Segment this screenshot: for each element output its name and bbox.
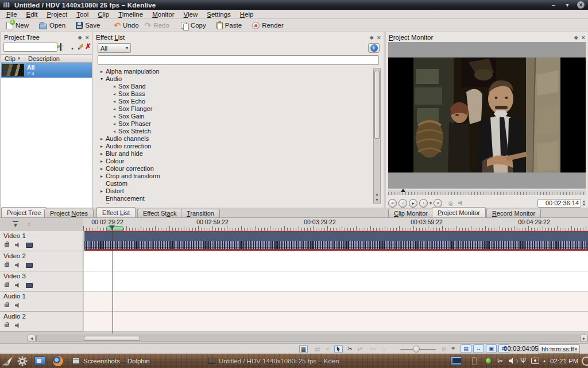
edit-clip-icon[interactable] — [77, 43, 84, 51]
tray-expand[interactable]: ▴ — [543, 354, 546, 368]
scrollbar-track[interactable] — [36, 335, 579, 342]
timeline-scrollbar[interactable]: ◂ ▸ — [28, 334, 588, 342]
menu-clip[interactable]: Clip — [93, 10, 114, 18]
effect-item[interactable]: ▸Colour correction — [94, 165, 372, 172]
scrollbar-thumb[interactable] — [84, 336, 140, 341]
menu-file[interactable]: File — [2, 10, 22, 18]
effect-item[interactable]: ◂Sox Phaser — [94, 120, 372, 128]
menu-settings[interactable]: Settings — [202, 10, 235, 18]
float-panel-icon[interactable]: ◆ — [574, 34, 578, 40]
menu-tool[interactable]: Tool — [72, 10, 93, 18]
track-header-audio1[interactable]: Audio 1 — [0, 292, 83, 312]
tab-transition[interactable]: Transition — [181, 209, 220, 217]
tab-clip-monitor[interactable]: Clip Monitor — [388, 209, 434, 217]
zoom-out-button[interactable]: ◌ — [379, 345, 388, 353]
project-search-input[interactable] — [3, 43, 57, 52]
effect-item[interactable]: ▸Crop and transform — [94, 172, 372, 180]
expand-arrow-icon[interactable]: ▸ — [99, 135, 105, 143]
effect-item[interactable]: Custom — [94, 180, 372, 187]
timeline-playhead[interactable] — [113, 225, 113, 334]
effect-item[interactable]: ▸Audio channels — [94, 135, 372, 143]
hide-track-icon[interactable] — [26, 263, 33, 268]
task-kdenlive[interactable]: Untitled / HDV 1440x1080i 25 fps – Kden — [208, 354, 339, 368]
fit-zoom-button[interactable]: ↔ — [473, 344, 484, 353]
scroll-right-icon[interactable]: ▸ — [580, 335, 588, 342]
effect-item[interactable]: ◂Sox Band — [94, 83, 372, 90]
effect-item[interactable]: ◂Sox Echo — [94, 98, 372, 105]
track-audio2[interactable] — [84, 312, 588, 332]
effect-item[interactable]: ◂Sox Flanger — [94, 105, 372, 113]
spacer-tool-button[interactable]: ⇄ — [355, 345, 364, 353]
effect-info-button[interactable]: i — [368, 43, 380, 53]
settings-launcher[interactable] — [17, 354, 28, 368]
play-options-icon[interactable]: ▾ — [430, 201, 432, 206]
tray-terminal[interactable] — [451, 354, 462, 368]
zoom-project-button[interactable]: ▣ — [486, 344, 497, 353]
copy-button[interactable]: Copy — [178, 21, 209, 30]
edge-launcher[interactable] — [582, 354, 588, 368]
monitor-timecode[interactable]: 00:02:36:14 — [537, 199, 581, 208]
effect-item[interactable]: ▾Audio — [94, 75, 372, 83]
scrollbar-thumb[interactable] — [374, 71, 380, 139]
effect-item[interactable]: ◂Sox Bass — [94, 90, 372, 98]
forward-button[interactable]: › — [419, 199, 428, 208]
expand-arrow-icon[interactable]: ▸ — [99, 187, 105, 195]
timecode-format-dropdown[interactable]: hh:mm:ss:ff ▾ — [539, 344, 580, 354]
go-end-button[interactable]: » — [434, 199, 442, 208]
save-button[interactable]: Save — [73, 21, 103, 30]
add-clip-dropdown-icon[interactable]: ▾ — [71, 46, 74, 51]
project-clip-list[interactable]: All 2:4 — [1, 63, 92, 208]
effect-list-scrollbar[interactable]: ▲ ▼ — [373, 68, 381, 204]
expand-arrow-icon[interactable]: ▸ — [99, 172, 105, 180]
tray-usb[interactable]: Ψ — [520, 354, 526, 368]
razor-tool-button[interactable]: ✂ — [346, 345, 354, 353]
open-button[interactable]: Open — [36, 21, 68, 30]
expand-arrow-icon[interactable]: ▸ — [99, 165, 105, 172]
lock-track-icon[interactable] — [5, 283, 9, 287]
effect-item[interactable]: Enhancement — [94, 195, 372, 202]
tray-klipper[interactable]: ✂ — [497, 354, 503, 368]
tab-project-tree[interactable]: Project Tree — [1, 207, 47, 217]
menu-edit[interactable]: Edit — [22, 10, 42, 18]
show-markers-button[interactable]: ≈ — [323, 345, 332, 353]
titlebar[interactable]: Untitled / HDV 1440x1080i 25 fps – Kdenl… — [0, 0, 588, 10]
effect-item[interactable]: ▸Distort — [94, 187, 372, 195]
redo-button[interactable]: ↷Redo — [142, 21, 172, 30]
lock-track-icon[interactable] — [5, 243, 9, 247]
select-tool-button[interactable] — [334, 345, 343, 353]
collapse-tracks-icon[interactable]: ▼ — [13, 221, 18, 228]
menu-project[interactable]: Project — [42, 10, 72, 18]
close-panel-icon[interactable]: × — [377, 34, 381, 40]
track-header-video2[interactable]: Video 2 — [0, 251, 83, 271]
menu-view[interactable]: View — [179, 10, 203, 18]
mute-track-icon[interactable] — [15, 323, 20, 328]
expand-arrow-icon[interactable]: ▸ — [99, 202, 105, 204]
track-header-audio2[interactable]: Audio 2 — [0, 312, 83, 332]
tray-display[interactable] — [531, 354, 539, 368]
hide-track-icon[interactable] — [26, 243, 33, 248]
menu-monitor[interactable]: Monitor — [148, 10, 179, 18]
expand-arrow-icon[interactable]: ▸ — [99, 143, 105, 150]
menu-timeline[interactable]: Timeline — [114, 10, 148, 18]
expand-arrow-icon[interactable]: ▸ — [99, 68, 105, 75]
track-video2[interactable] — [84, 251, 588, 271]
float-panel-icon[interactable]: ◆ — [78, 34, 82, 40]
lock-track-icon[interactable] — [5, 263, 9, 267]
effect-item[interactable]: ▸Blur and hide — [94, 150, 372, 158]
expand-arrow-icon[interactable]: ▸ — [99, 158, 105, 165]
timecode-spinner[interactable]: ▲▼ — [582, 200, 586, 206]
project-tree-titlebar[interactable]: Project Tree ◆ × — [1, 32, 92, 42]
column-description[interactable]: Description — [28, 55, 60, 62]
lock-track-icon[interactable] — [5, 324, 9, 327]
firefox-launcher[interactable] — [53, 354, 63, 368]
rewind-button[interactable]: ‹ — [399, 199, 407, 208]
close-panel-icon[interactable]: × — [582, 34, 585, 40]
shade-button[interactable]: ▾ — [563, 1, 571, 9]
resize-tracks-icon[interactable]: ↕ — [28, 221, 30, 228]
project-monitor-titlebar[interactable]: Project Monitor ◆ × — [386, 32, 588, 42]
tab-project-monitor[interactable]: Project Monitor — [432, 207, 486, 217]
scroll-up-icon[interactable]: ▲ — [374, 192, 380, 197]
scroll-left-icon[interactable]: ◂ — [28, 335, 36, 342]
show-video-thumbnails-button[interactable]: ▦ — [299, 345, 308, 353]
effect-item[interactable]: ▸Audio correction — [94, 143, 372, 150]
